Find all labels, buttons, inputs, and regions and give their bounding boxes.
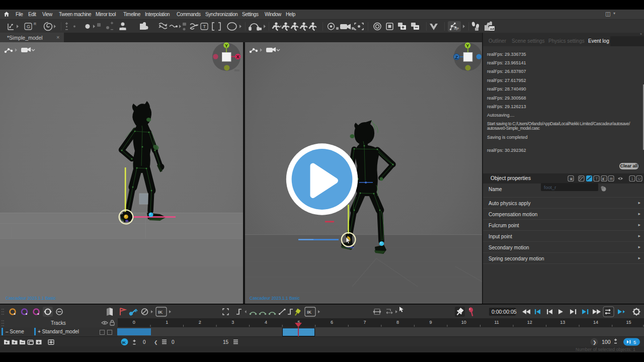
svg-text:IK: IK [307, 309, 312, 315]
svg-text:Y: Y [466, 43, 469, 48]
svg-text:2: 2 [199, 320, 201, 325]
svg-text:▤: ▤ [610, 177, 613, 180]
svg-text:12: 12 [527, 320, 532, 325]
svg-text:5: 5 [633, 339, 636, 345]
svg-text:G: G [27, 24, 30, 29]
svg-text:◧: ◧ [602, 177, 606, 180]
svg-text:15: 15 [223, 339, 229, 345]
svg-text:T: T [203, 24, 206, 29]
svg-text:0:00:00:05: 0:00:00:05 [492, 309, 517, 315]
svg-text:0: 0 [133, 320, 135, 325]
svg-text:U: U [638, 176, 640, 181]
svg-text:1: 1 [166, 320, 168, 325]
svg-text:15: 15 [626, 320, 631, 325]
svg-text:Z: Z [455, 54, 458, 60]
svg-text:T: T [596, 176, 598, 181]
svg-text:8: 8 [396, 320, 399, 325]
svg-text:1: 1 [631, 176, 633, 181]
svg-text:3: 3 [231, 320, 234, 325]
svg-text:❯: ❯ [593, 340, 597, 345]
svg-text:X: X [236, 54, 240, 59]
svg-text:14: 14 [593, 320, 598, 325]
svg-text:Cascadeur 2023.1.1 Basic: Cascadeur 2023.1.1 Basic [6, 296, 56, 301]
svg-text:100: 100 [602, 339, 611, 345]
svg-text:IK: IK [122, 340, 126, 345]
svg-text:Y: Y [225, 43, 228, 48]
svg-text:Cascadeur 2023.1.1 Basic: Cascadeur 2023.1.1 Basic [250, 296, 300, 301]
svg-text:4: 4 [265, 320, 267, 325]
svg-text:7: 7 [363, 320, 366, 325]
svg-text:❮: ❮ [154, 340, 158, 345]
svg-text:0: 0 [143, 339, 146, 345]
svg-text:0: 0 [172, 339, 175, 345]
svg-text:13: 13 [560, 320, 565, 325]
svg-text:11: 11 [495, 320, 499, 325]
svg-text:Tracks: Tracks [51, 320, 66, 326]
svg-text:+P: +P [454, 27, 459, 31]
svg-text:R: R [34, 22, 36, 26]
svg-text:▣: ▣ [570, 177, 573, 180]
svg-text:6: 6 [331, 320, 333, 325]
svg-text:9: 9 [430, 320, 432, 325]
svg-text:IK: IK [158, 309, 163, 315]
svg-text:10: 10 [461, 320, 466, 325]
